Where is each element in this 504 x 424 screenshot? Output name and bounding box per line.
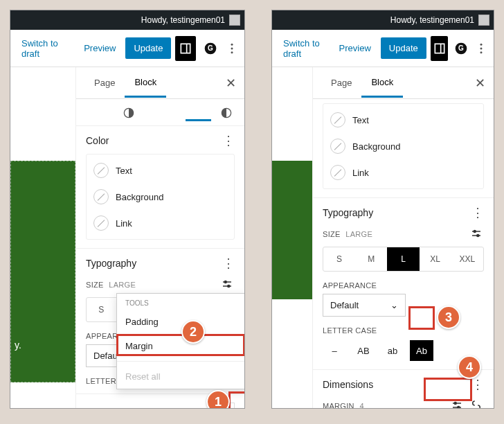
text-color-swatch[interactable]: [330, 112, 345, 127]
tab-block[interactable]: Block: [125, 69, 166, 98]
contrast-icon[interactable]: [218, 105, 235, 121]
svg-rect-13: [435, 44, 444, 53]
lettercase-row: – AB ab Ab: [323, 340, 484, 361]
size-value-label: LARGE: [345, 230, 372, 238]
color-text-label: Text: [352, 115, 369, 125]
background-color-swatch[interactable]: [93, 189, 109, 204]
lettercase-capitalize[interactable]: Ab: [410, 340, 433, 361]
tab-page[interactable]: Page: [84, 69, 125, 96]
tab-page[interactable]: Page: [321, 69, 361, 96]
plugin-icon[interactable]: G: [200, 36, 221, 61]
typography-title: Typography: [323, 207, 373, 218]
color-background-row[interactable]: Background: [330, 133, 476, 159]
size-l[interactable]: L: [387, 247, 419, 271]
tab-block[interactable]: Block: [361, 69, 403, 98]
color-section: Color ⋮ Text Background Link: [76, 126, 244, 249]
switch-to-draft-link[interactable]: Switch to draft: [278, 34, 330, 63]
popover-reset-all[interactable]: Reset all: [117, 364, 245, 389]
preview-link[interactable]: Preview: [78, 39, 121, 58]
svg-point-4: [231, 43, 233, 45]
top-toolbar: Switch to draft Preview Update G: [272, 30, 494, 67]
size-xxl[interactable]: XXL: [451, 247, 483, 271]
lettercase-none[interactable]: –: [323, 340, 346, 361]
screenshot-left: y. Howdy, testingemen01 Switch to draft …: [10, 10, 245, 409]
chevron-down-icon: ⌄: [390, 300, 398, 310]
color-background-label: Background: [352, 141, 400, 152]
editor-canvas-block: [272, 161, 312, 299]
dimensions-tools-popover: TOOLS Padding Margin Reset all: [116, 293, 245, 389]
typography-options[interactable]: ⋮: [222, 257, 235, 270]
update-button[interactable]: Update: [125, 37, 171, 59]
popover-head: TOOLS: [117, 294, 245, 310]
block-inspector-panel: Page Block ✕ Color ⋮ Text: [75, 67, 244, 408]
close-panel-button[interactable]: ✕: [475, 76, 485, 91]
svg-point-26: [454, 403, 456, 405]
popover-margin[interactable]: Margin: [117, 334, 245, 358]
callout-3: 3: [437, 306, 460, 329]
settings-sidebar-toggle[interactable]: [431, 36, 449, 61]
preview-link[interactable]: Preview: [334, 39, 377, 58]
size-xl[interactable]: XL: [420, 247, 451, 271]
circle-half-icon[interactable]: [120, 105, 137, 121]
color-link-row[interactable]: Link: [330, 159, 476, 186]
appearance-value-trunc: Defau: [93, 351, 118, 361]
styles-subtabs: [76, 99, 244, 126]
color-background-row[interactable]: Background: [93, 184, 227, 210]
margin-unlink-icon[interactable]: [469, 398, 484, 409]
link-color-swatch[interactable]: [330, 165, 345, 180]
svg-point-17: [480, 43, 483, 45]
margin-custom-toggle[interactable]: [449, 398, 465, 409]
inspector-tabs: Page Block ✕: [313, 67, 494, 99]
size-custom-toggle[interactable]: [219, 276, 235, 292]
lettercase-upper[interactable]: AB: [352, 340, 375, 361]
color-text-row[interactable]: Text: [330, 107, 476, 133]
admin-bar: Howdy, testingemen01: [10, 10, 244, 30]
size-custom-toggle[interactable]: [469, 226, 484, 241]
size-label: SIZE: [86, 281, 104, 289]
color-link-label: Link: [116, 218, 132, 229]
settings-sidebar-toggle[interactable]: [175, 36, 196, 61]
subtab-active-indicator: [186, 105, 211, 121]
color-link-label: Link: [352, 168, 369, 178]
text-color-swatch[interactable]: [93, 163, 109, 178]
inspector-tabs: Page Block ✕: [76, 67, 244, 99]
color-text-row[interactable]: Text: [93, 157, 227, 184]
canvas-text: y.: [15, 339, 21, 351]
color-section-options[interactable]: ⋮: [222, 134, 235, 147]
avatar[interactable]: [478, 15, 489, 26]
link-color-swatch[interactable]: [93, 215, 109, 231]
admin-bar: Howdy, testingemen01: [272, 10, 494, 30]
switch-to-draft-link[interactable]: Switch to draft: [16, 34, 74, 63]
background-color-swatch[interactable]: [330, 139, 345, 154]
appearance-select[interactable]: Default ⌄: [323, 294, 406, 317]
margin-label: MARGIN: [323, 402, 354, 409]
color-text-label: Text: [116, 166, 132, 176]
callout-1: 1: [206, 390, 230, 409]
dimensions-title: Dimensions: [86, 407, 136, 409]
margin-value: 4: [359, 402, 363, 409]
color-background-label: Background: [116, 192, 163, 202]
svg-point-11: [224, 281, 226, 283]
color-section-partial: Text Background Link: [313, 99, 494, 198]
close-panel-button[interactable]: ✕: [226, 76, 236, 91]
dimensions-options[interactable]: ⋮: [471, 378, 484, 391]
color-link-row[interactable]: Link: [93, 210, 227, 236]
plugin-icon[interactable]: G: [452, 36, 470, 61]
svg-point-12: [228, 285, 230, 288]
admin-greeting: Howdy, testingemen01: [141, 15, 225, 25]
size-segmented: S M L XL XXL: [323, 247, 484, 272]
options-kebab[interactable]: [474, 36, 488, 61]
avatar[interactable]: [229, 15, 240, 26]
svg-text:G: G: [208, 44, 213, 52]
size-s[interactable]: S: [323, 247, 355, 271]
screenshot-right: Howdy, testingemen01 Switch to draft Pre…: [271, 10, 494, 409]
svg-point-22: [474, 231, 476, 233]
dimensions-options[interactable]: ⋮: [195, 407, 207, 409]
typography-options[interactable]: ⋮: [471, 206, 484, 219]
update-button[interactable]: Update: [381, 37, 426, 59]
lettercase-lower[interactable]: ab: [381, 340, 404, 361]
size-m[interactable]: M: [355, 247, 387, 271]
options-kebab[interactable]: [225, 36, 239, 61]
size-s[interactable]: S: [87, 298, 116, 321]
size-value-label: LARGE: [109, 281, 136, 289]
